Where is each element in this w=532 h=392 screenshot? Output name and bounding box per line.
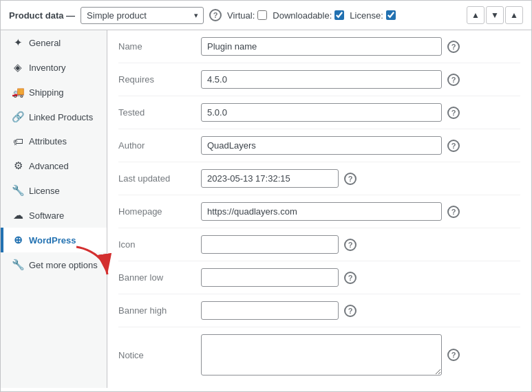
wordpress-icon: ⊕ — [12, 234, 24, 246]
nav-up-button[interactable]: ▲ — [467, 6, 485, 24]
advanced-icon: ⚙ — [12, 160, 24, 172]
field-icon: ? — [201, 235, 520, 254]
input-notice[interactable] — [201, 334, 442, 375]
sidebar-item-label-software: Software — [29, 210, 64, 221]
label-icon: Icon — [118, 239, 201, 250]
sidebar-item-software[interactable]: ☁ Software — [1, 203, 107, 228]
sidebar-item-general[interactable]: ✦ General — [1, 30, 107, 55]
sidebar-item-inventory[interactable]: ◈ Inventory — [1, 55, 107, 80]
sidebar-item-label-inventory: Inventory — [29, 63, 65, 73]
help-homepage[interactable]: ? — [447, 206, 460, 218]
downloadable-label: Downloadable: — [273, 10, 332, 21]
sidebar-item-label-license: License — [29, 186, 60, 196]
downloadable-checkbox-group: Downloadable: — [273, 10, 344, 21]
linked-products-icon: 🔗 — [12, 111, 24, 123]
help-notice[interactable]: ? — [447, 349, 460, 361]
input-tested[interactable] — [201, 103, 442, 122]
get-more-options-icon: 🔧 — [12, 259, 24, 271]
form-row-icon: Icon ? — [118, 228, 520, 261]
field-tested: ? — [201, 103, 520, 122]
sidebar-item-label-shipping: Shipping — [29, 87, 64, 98]
form-row-requires: Requires ? — [118, 63, 520, 96]
form-row-name: Name ? — [118, 30, 520, 63]
label-banner-low: Banner low — [118, 272, 201, 283]
help-last-updated[interactable]: ? — [344, 173, 357, 185]
label-last-updated: Last updated — [118, 173, 201, 184]
virtual-checkbox-group: Virtual: — [227, 10, 267, 21]
field-author: ? — [201, 136, 520, 155]
virtual-checkbox[interactable] — [257, 10, 267, 20]
help-icon[interactable]: ? — [344, 239, 357, 251]
help-author[interactable]: ? — [447, 140, 460, 152]
input-requires[interactable] — [201, 70, 442, 89]
label-name: Name — [118, 41, 201, 52]
label-requires: Requires — [118, 74, 201, 85]
input-banner-low[interactable] — [201, 268, 339, 287]
sidebar-item-wordpress[interactable]: ⊕ WordPress — [1, 228, 107, 252]
product-data-label: Product data — — [9, 10, 75, 21]
field-last-updated: ? — [201, 169, 520, 188]
shipping-icon: 🚚 — [12, 86, 24, 98]
sidebar-item-shipping[interactable]: 🚚 Shipping — [1, 80, 107, 105]
product-type-select[interactable]: Simple product Variable product Grouped … — [81, 7, 204, 24]
form-row-banner-low: Banner low ? — [118, 261, 520, 294]
license-checkbox[interactable] — [386, 10, 396, 20]
field-banner-low: ? — [201, 268, 520, 287]
content-area: Name ? Requires ? Tested ? — [107, 30, 531, 388]
input-author[interactable] — [201, 136, 442, 155]
product-data-panel: Product data — Simple product Variable p… — [0, 0, 532, 392]
product-type-help-icon[interactable]: ? — [209, 9, 222, 21]
input-homepage[interactable] — [201, 202, 442, 221]
form-row-banner-high: Banner high ? — [118, 294, 520, 327]
product-type-wrapper: Simple product Variable product Grouped … — [81, 7, 204, 24]
nav-collapse-button[interactable]: ▲ — [505, 6, 523, 24]
license-checkbox-group: License: — [350, 10, 395, 21]
downloadable-checkbox[interactable] — [334, 10, 344, 20]
sidebar-item-label-linked-products: Linked Products — [29, 112, 93, 122]
product-data-header: Product data — Simple product Variable p… — [1, 1, 531, 30]
sidebar-item-label-advanced: Advanced — [29, 161, 69, 171]
input-last-updated[interactable] — [201, 169, 339, 188]
label-notice: Notice — [118, 350, 201, 360]
label-banner-high: Banner high — [118, 305, 201, 316]
sidebar-item-license[interactable]: 🔧 License — [1, 178, 107, 203]
sidebar-item-label-get-more-options: Get more options — [29, 260, 98, 270]
help-tested[interactable]: ? — [447, 107, 460, 119]
help-name[interactable]: ? — [447, 41, 460, 53]
help-banner-high[interactable]: ? — [344, 305, 357, 317]
inventory-icon: ◈ — [12, 61, 24, 74]
field-notice: ? — [201, 334, 520, 375]
license-label: License: — [350, 10, 383, 21]
label-homepage: Homepage — [118, 206, 201, 217]
general-icon: ✦ — [12, 36, 24, 49]
field-name: ? — [201, 37, 520, 56]
input-banner-high[interactable] — [201, 301, 339, 320]
sidebar-item-advanced[interactable]: ⚙ Advanced — [1, 153, 107, 178]
nav-down-button[interactable]: ▼ — [486, 6, 504, 24]
field-homepage: ? — [201, 202, 520, 221]
label-author: Author — [118, 140, 201, 151]
attributes-icon: 🏷 — [12, 135, 24, 147]
sidebar-item-attributes[interactable]: 🏷 Attributes — [1, 129, 107, 153]
product-data-body: ✦ General ◈ Inventory 🚚 Shipping 🔗 Linke… — [1, 30, 531, 388]
sidebar: ✦ General ◈ Inventory 🚚 Shipping 🔗 Linke… — [1, 30, 107, 388]
sidebar-item-linked-products[interactable]: 🔗 Linked Products — [1, 105, 107, 129]
label-tested: Tested — [118, 107, 201, 118]
license-icon: 🔧 — [12, 184, 24, 197]
sidebar-item-label-general: General — [29, 38, 61, 48]
field-requires: ? — [201, 70, 520, 89]
sidebar-item-label-wordpress: WordPress — [29, 235, 76, 246]
form-row-notice: Notice ? — [118, 327, 520, 382]
help-requires[interactable]: ? — [447, 74, 460, 86]
form-row-tested: Tested ? — [118, 96, 520, 129]
form-row-last-updated: Last updated ? — [118, 162, 520, 195]
virtual-label: Virtual: — [227, 10, 255, 21]
help-banner-low[interactable]: ? — [344, 272, 357, 284]
input-icon[interactable] — [201, 235, 339, 254]
sidebar-item-label-attributes: Attributes — [29, 136, 67, 146]
form-row-author: Author ? — [118, 129, 520, 162]
nav-arrows: ▲ ▼ ▲ — [467, 6, 523, 24]
input-name[interactable] — [201, 37, 442, 56]
sidebar-item-get-more-options[interactable]: 🔧 Get more options — [1, 252, 107, 277]
software-icon: ☁ — [12, 209, 24, 221]
